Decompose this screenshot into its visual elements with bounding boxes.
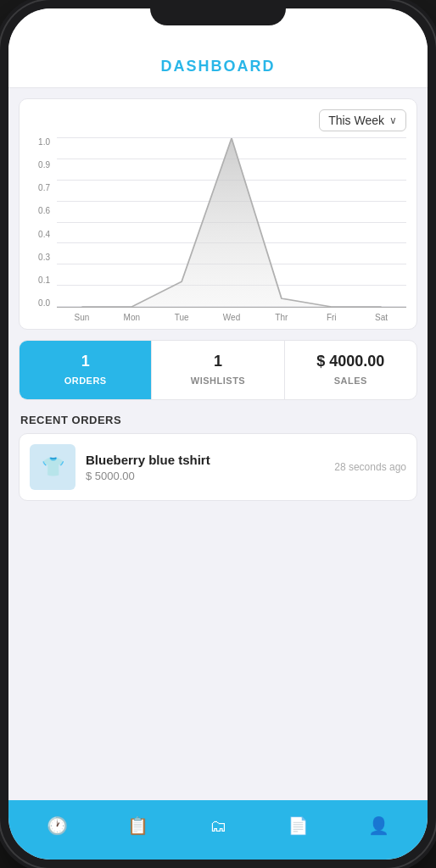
orders-card: 👕 Blueberry blue tshirt $ 5000.00 28 sec… — [19, 433, 417, 501]
stat-wishlists-label: WISHLISTS — [191, 376, 245, 386]
chart-header: This Week ∨ — [30, 109, 406, 131]
nav-item-dashboard[interactable]: 🕐 — [36, 808, 78, 843]
stat-wishlists[interactable]: 1 WISHLISTS — [152, 341, 284, 399]
order-price: $ 5000.00 — [86, 470, 324, 482]
chart-area: 0.0 0.1 0.3 0.4 0.6 0.7 0.9 1.0 — [30, 138, 406, 308]
stat-orders-label: ORDERS — [64, 376, 107, 386]
products-icon: 🗂 — [207, 815, 229, 837]
order-icon: 👕 — [42, 456, 64, 478]
orders-icon: 📋 — [126, 815, 148, 837]
stat-sales[interactable]: $ 4000.00 SALES — [285, 341, 416, 399]
x-label-thr: Thr — [256, 313, 306, 322]
svg-marker-0 — [81, 138, 381, 307]
chart-svg — [57, 138, 406, 307]
x-label-wed: Wed — [207, 313, 257, 322]
page-title: DASHBOARD — [161, 58, 276, 75]
y-label-3: 0.4 — [30, 231, 50, 239]
order-item[interactable]: 👕 Blueberry blue tshirt $ 5000.00 28 sec… — [20, 434, 416, 500]
y-label-1: 0.1 — [30, 276, 50, 285]
clock-icon: 🕐 — [46, 815, 68, 837]
nav-item-products[interactable]: 🗂 — [197, 808, 239, 843]
stat-sales-number: $ 4000.00 — [292, 353, 410, 370]
phone-notch — [150, 0, 286, 25]
y-label-0: 0.0 — [30, 299, 50, 308]
stat-orders-number: 1 — [26, 353, 144, 370]
stat-orders[interactable]: 1 ORDERS — [20, 341, 152, 399]
y-axis: 0.0 0.1 0.3 0.4 0.6 0.7 0.9 1.0 — [30, 138, 57, 308]
bottom-nav: 🕐 📋 🗂 📄 👤 — [8, 800, 428, 860]
chevron-down-icon: ∨ — [389, 114, 397, 126]
y-label-7: 1.0 — [30, 138, 50, 147]
nav-item-reports[interactable]: 📄 — [277, 808, 320, 843]
period-selector[interactable]: This Week ∨ — [319, 109, 406, 131]
x-label-sun: Sun — [57, 313, 107, 322]
main-content: DASHBOARD This Week ∨ 0.0 0.1 0.3 — [8, 46, 428, 800]
chart-plot — [57, 138, 406, 308]
stats-row: 1 ORDERS 1 WISHLISTS $ 4000.00 SALES — [19, 340, 417, 400]
profile-icon: 👤 — [368, 815, 390, 837]
period-label: This Week — [328, 114, 384, 127]
chart-card: This Week ∨ 0.0 0.1 0.3 0.4 0.6 0.7 0.9 — [19, 98, 417, 330]
order-details: Blueberry blue tshirt $ 5000.00 — [86, 453, 324, 482]
phone-frame: DASHBOARD This Week ∨ 0.0 0.1 0.3 — [0, 0, 436, 868]
order-time: 28 seconds ago — [334, 461, 406, 473]
reports-icon: 📄 — [288, 815, 310, 837]
x-label-fri: Fri — [306, 313, 356, 322]
y-label-4: 0.6 — [30, 207, 50, 215]
order-thumbnail: 👕 — [30, 444, 75, 490]
stat-sales-label: SALES — [334, 376, 367, 386]
x-label-tue: Tue — [157, 313, 207, 322]
nav-item-orders[interactable]: 📋 — [116, 808, 159, 843]
nav-item-profile[interactable]: 👤 — [358, 808, 400, 843]
x-axis-labels: Sun Mon Tue Wed Thr Fri Sat — [30, 308, 406, 322]
phone-screen: DASHBOARD This Week ∨ 0.0 0.1 0.3 — [8, 8, 428, 860]
y-label-5: 0.7 — [30, 184, 50, 192]
page-header: DASHBOARD — [8, 46, 428, 88]
x-label-mon: Mon — [107, 313, 157, 322]
stat-wishlists-number: 1 — [159, 353, 277, 370]
y-label-2: 0.3 — [30, 253, 50, 262]
order-name: Blueberry blue tshirt — [86, 453, 324, 467]
recent-orders-header: RECENT ORDERS — [8, 400, 428, 433]
x-label-sat: Sat — [356, 313, 406, 322]
y-label-6: 0.9 — [30, 161, 50, 170]
